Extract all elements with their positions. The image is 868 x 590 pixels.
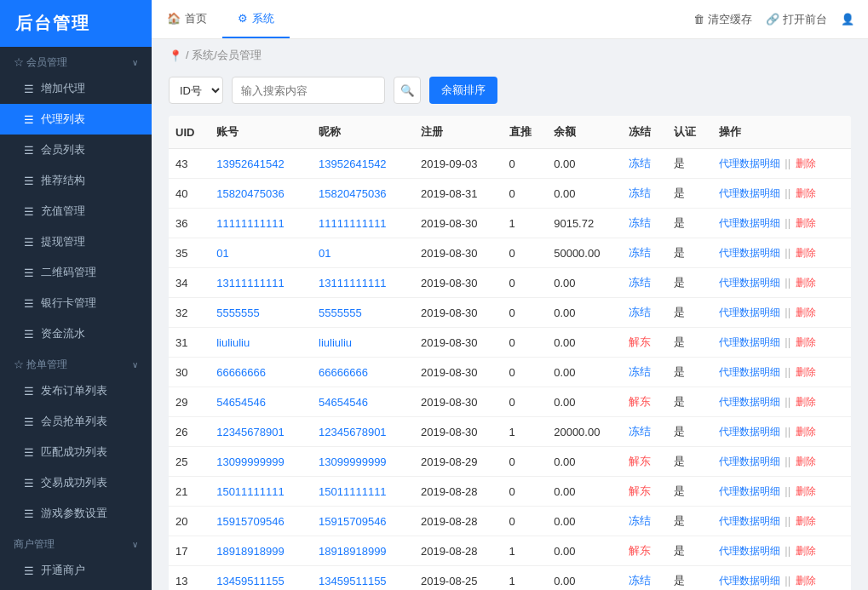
sidebar-item-fund-flow[interactable]: ☰ 资金流水: [0, 318, 152, 349]
frozen-tag[interactable]: 冻结: [629, 276, 651, 289]
frozen-tag[interactable]: 冻结: [629, 216, 651, 229]
cell-account[interactable]: 13459511155: [210, 566, 312, 591]
delete-link[interactable]: 删除: [796, 247, 816, 259]
cell-frozen[interactable]: 冻结: [622, 298, 667, 328]
nickname-link[interactable]: 66666666: [319, 366, 368, 379]
sidebar-item-open-merchant[interactable]: ☰ 开通商户: [0, 555, 152, 586]
cell-ops[interactable]: 代理数据明细 || 删除: [712, 507, 851, 536]
delete-link[interactable]: 删除: [796, 485, 816, 497]
cell-ops[interactable]: 代理数据明细 || 删除: [712, 447, 851, 477]
cell-nickname[interactable]: 15915709546: [312, 507, 414, 536]
cell-ops[interactable]: 代理数据明细 || 删除: [712, 358, 851, 387]
delete-link[interactable]: 删除: [796, 575, 816, 587]
sidebar-item-qrcode-mgmt[interactable]: ☰ 二维码管理: [0, 257, 152, 288]
delete-link[interactable]: 删除: [796, 426, 816, 438]
cell-frozen[interactable]: 冻结: [622, 268, 667, 298]
nickname-link[interactable]: 15915709546: [319, 515, 387, 528]
cell-frozen[interactable]: 冻结: [622, 358, 667, 387]
account-link[interactable]: 15915709546: [216, 515, 285, 528]
cell-account[interactable]: 54654546: [210, 387, 312, 417]
nickname-link[interactable]: 15011111111: [319, 485, 387, 498]
unfreeze-tag[interactable]: 解东: [629, 335, 651, 348]
tab-home[interactable]: 🏠 首页: [152, 0, 222, 38]
frozen-tag[interactable]: 冻结: [629, 157, 651, 169]
nickname-link[interactable]: 13459511155: [319, 575, 387, 587]
cell-ops[interactable]: 代理数据明细 || 删除: [712, 536, 851, 566]
account-link[interactable]: 18918918999: [216, 545, 285, 558]
nickname-link[interactable]: 18918918999: [319, 545, 387, 558]
cell-nickname[interactable]: 66666666: [312, 358, 414, 387]
delete-link[interactable]: 删除: [796, 336, 816, 348]
cell-nickname[interactable]: 54654546: [312, 387, 414, 417]
agent-detail-link[interactable]: 代理数据明细: [719, 426, 780, 438]
delete-link[interactable]: 删除: [796, 515, 816, 527]
frozen-tag[interactable]: 冻结: [629, 306, 651, 318]
frozen-tag[interactable]: 冻结: [629, 186, 651, 199]
open-frontend-button[interactable]: 🔗 打开前台: [766, 12, 827, 27]
cell-account[interactable]: 15011111111: [210, 477, 312, 507]
agent-detail-link[interactable]: 代理数据明细: [719, 277, 780, 289]
agent-detail-link[interactable]: 代理数据明细: [719, 396, 780, 408]
unfreeze-tag[interactable]: 解东: [629, 484, 651, 497]
agent-detail-link[interactable]: 代理数据明细: [719, 545, 780, 557]
sidebar-item-member-list[interactable]: ☰ 会员列表: [0, 135, 152, 165]
sidebar-item-recommend-structure[interactable]: ☰ 推荐结构: [0, 165, 152, 196]
nickname-link[interactable]: 13099999999: [319, 455, 387, 468]
cell-frozen[interactable]: 冻结: [622, 507, 667, 536]
nickname-link[interactable]: 11111111111: [319, 217, 387, 230]
account-link[interactable]: 12345678901: [216, 426, 285, 438]
nickname-link[interactable]: 12345678901: [319, 426, 387, 438]
agent-detail-link[interactable]: 代理数据明细: [719, 187, 780, 199]
sidebar-item-publish-order-list[interactable]: ☰ 发布订单列表: [0, 375, 152, 406]
cell-ops[interactable]: 代理数据明细 || 删除: [712, 238, 851, 268]
cell-frozen[interactable]: 解东: [622, 536, 667, 566]
account-link[interactable]: liuliuliu: [216, 336, 250, 349]
search-button[interactable]: 🔍: [394, 77, 421, 104]
sidebar-item-game-settings[interactable]: ☰ 游戏参数设置: [0, 498, 152, 529]
cell-frozen[interactable]: 冻结: [622, 417, 667, 447]
cell-ops[interactable]: 代理数据明细 || 删除: [712, 209, 851, 238]
cell-nickname[interactable]: 13952641542: [312, 149, 414, 179]
cell-account[interactable]: liuliuliu: [210, 328, 312, 358]
cell-account[interactable]: 15915709546: [210, 507, 312, 536]
delete-link[interactable]: 删除: [796, 158, 816, 169]
frozen-tag[interactable]: 冻结: [629, 574, 651, 587]
unfreeze-tag[interactable]: 解东: [629, 544, 651, 557]
cell-nickname[interactable]: 5555555: [312, 298, 414, 328]
delete-link[interactable]: 删除: [796, 187, 816, 199]
account-link[interactable]: 66666666: [216, 366, 266, 379]
user-avatar-button[interactable]: 👤: [841, 13, 854, 26]
cell-nickname[interactable]: 13111111111: [312, 268, 414, 298]
agent-detail-link[interactable]: 代理数据明细: [719, 455, 780, 467]
cell-nickname[interactable]: 18918918999: [312, 536, 414, 566]
account-link[interactable]: 13111111111: [216, 277, 285, 289]
nickname-link[interactable]: 13111111111: [319, 277, 387, 289]
account-link[interactable]: 01: [216, 247, 228, 260]
tab-system[interactable]: ⚙ 系统: [222, 0, 290, 38]
cell-frozen[interactable]: 解东: [622, 387, 667, 417]
account-link[interactable]: 15011111111: [216, 485, 285, 498]
cell-ops[interactable]: 代理数据明细 || 删除: [712, 298, 851, 328]
frozen-tag[interactable]: 冻结: [629, 425, 651, 438]
cell-account[interactable]: 13111111111: [210, 268, 312, 298]
cell-nickname[interactable]: 15820475036: [312, 179, 414, 209]
cell-nickname[interactable]: 13459511155: [312, 566, 414, 591]
search-input[interactable]: [232, 77, 385, 104]
balance-sort-button[interactable]: 余额排序: [429, 77, 497, 104]
frozen-tag[interactable]: 冻结: [629, 365, 651, 378]
cell-ops[interactable]: 代理数据明细 || 删除: [712, 477, 851, 507]
cell-account[interactable]: 18918918999: [210, 536, 312, 566]
agent-detail-link[interactable]: 代理数据明细: [719, 515, 780, 527]
sidebar-item-withdraw-mgmt[interactable]: ☰ 提现管理: [0, 226, 152, 257]
cell-account[interactable]: 5555555: [210, 298, 312, 328]
cell-nickname[interactable]: 12345678901: [312, 417, 414, 447]
search-field-select[interactable]: ID号: [169, 77, 223, 104]
cell-account[interactable]: 13952641542: [210, 149, 312, 179]
cell-account[interactable]: 15820475036: [210, 179, 312, 209]
nickname-link[interactable]: 5555555: [319, 306, 362, 319]
frozen-tag[interactable]: 冻结: [629, 246, 651, 259]
cell-frozen[interactable]: 冻结: [622, 179, 667, 209]
cell-account[interactable]: 01: [210, 238, 312, 268]
sidebar-item-bank-card-mgmt[interactable]: ☰ 银行卡管理: [0, 288, 152, 318]
sidebar-item-member-order-list[interactable]: ☰ 会员抢单列表: [0, 406, 152, 437]
